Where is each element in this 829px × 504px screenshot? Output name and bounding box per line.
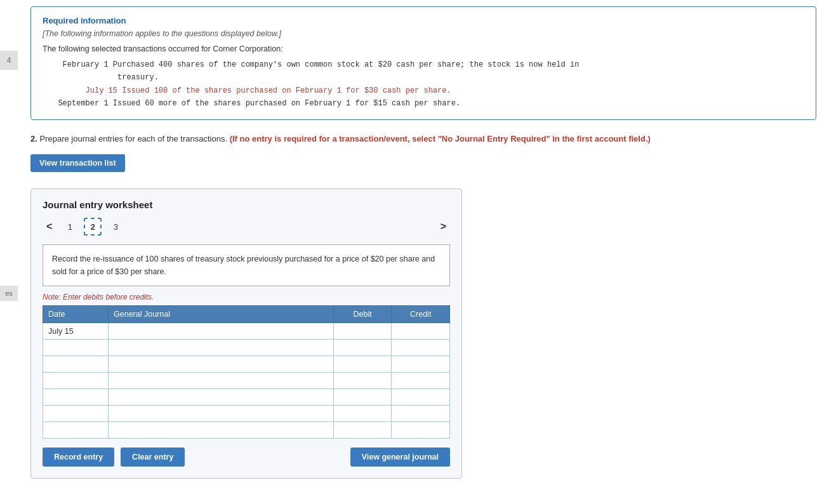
table-row <box>43 406 450 422</box>
required-info-box: Required information [The following info… <box>30 6 816 120</box>
journal-cell-row5[interactable] <box>109 389 334 406</box>
sidebar-es-label: es <box>0 286 18 301</box>
journal-cell-row2[interactable] <box>109 340 334 356</box>
journal-input-row6[interactable] <box>109 406 333 421</box>
debit-input-row6[interactable] <box>334 406 392 421</box>
credit-cell-row1[interactable] <box>392 323 450 340</box>
transaction-july15: July 15 Issued 100 of the shares purchas… <box>49 84 804 97</box>
view-transaction-list-button[interactable]: View transaction list <box>30 154 125 172</box>
table-row: July 15 <box>43 323 450 340</box>
record-entry-button[interactable]: Record entry <box>43 448 114 467</box>
col-header-credit: Credit <box>392 306 450 323</box>
journal-cell-row6[interactable] <box>109 406 334 422</box>
required-info-title: Required information <box>43 16 804 25</box>
table-row <box>43 422 450 439</box>
worksheet-instruction: Record the re-issuance of 100 shares of … <box>43 244 450 286</box>
credit-cell-row3[interactable] <box>392 356 450 373</box>
journal-cell-row4[interactable] <box>109 373 334 389</box>
credit-input-row2[interactable] <box>392 340 449 355</box>
question-highlight: (If no entry is required for a transacti… <box>230 134 651 143</box>
debit-input-row7[interactable] <box>334 422 392 438</box>
credit-input-row3[interactable] <box>392 356 449 372</box>
debit-input-row5[interactable] <box>334 389 392 405</box>
clear-entry-button[interactable]: Clear entry <box>121 448 185 467</box>
credit-cell-row2[interactable] <box>392 340 450 356</box>
debit-input-row1[interactable] <box>334 323 392 339</box>
journal-input-row5[interactable] <box>109 389 333 405</box>
required-info-intro: The following selected transactions occu… <box>43 44 804 53</box>
journal-input-row2[interactable] <box>109 340 333 355</box>
credit-input-row4[interactable] <box>392 373 449 388</box>
debit-input-row4[interactable] <box>334 373 392 388</box>
debit-cell-row5[interactable] <box>333 389 392 406</box>
journal-cell-row3[interactable] <box>109 356 334 373</box>
debit-cell-row6[interactable] <box>333 406 392 422</box>
worksheet-navigation: < 1 2 3 > <box>43 218 450 235</box>
credit-cell-row4[interactable] <box>392 373 450 389</box>
nav-page-2[interactable]: 2 <box>84 218 102 235</box>
credit-cell-row6[interactable] <box>392 406 450 422</box>
col-header-debit: Debit <box>333 306 392 323</box>
transaction-sept1: September 1 Issued 60 more of the shares… <box>49 97 804 110</box>
nav-page-3[interactable]: 3 <box>107 218 124 235</box>
date-cell-row3 <box>43 356 109 373</box>
journal-cell-row7[interactable] <box>109 422 334 439</box>
table-row <box>43 356 450 373</box>
credit-input-row5[interactable] <box>392 389 449 405</box>
journal-cell-row1[interactable] <box>109 323 334 340</box>
debit-cell-row3[interactable] <box>333 356 392 373</box>
debit-cell-row7[interactable] <box>333 422 392 439</box>
view-general-journal-button[interactable]: View general journal <box>350 448 450 467</box>
journal-input-row4[interactable] <box>109 373 333 388</box>
worksheet-title: Journal entry worksheet <box>43 199 450 210</box>
journal-table: Date General Journal Debit Credit July 1… <box>43 305 450 439</box>
question-2-section: 2. Prepare journal entries for each of t… <box>30 133 816 146</box>
date-cell-row5 <box>43 389 109 406</box>
transaction-feb1: February 1 Purchased 400 shares of the c… <box>49 58 804 84</box>
nav-next-button[interactable]: > <box>437 220 450 234</box>
date-cell-row2 <box>43 340 109 356</box>
date-cell-row6 <box>43 406 109 422</box>
table-row <box>43 373 450 389</box>
debit-cell-row1[interactable] <box>333 323 392 340</box>
debit-cell-row2[interactable] <box>333 340 392 356</box>
transactions-list: February 1 Purchased 400 shares of the c… <box>49 58 804 110</box>
journal-input-row1[interactable] <box>109 323 333 339</box>
nav-prev-button[interactable]: < <box>43 220 56 234</box>
credit-input-row7[interactable] <box>392 422 449 438</box>
credit-cell-row7[interactable] <box>392 422 450 439</box>
debit-input-row2[interactable] <box>334 340 392 355</box>
col-header-date: Date <box>43 306 109 323</box>
debit-input-row3[interactable] <box>334 356 392 372</box>
nav-page-1[interactable]: 1 <box>61 218 79 235</box>
date-cell-row1: July 15 <box>43 323 109 340</box>
table-row <box>43 340 450 356</box>
table-row <box>43 389 450 406</box>
col-header-general-journal: General Journal <box>109 306 334 323</box>
debit-cell-row4[interactable] <box>333 373 392 389</box>
date-cell-row7 <box>43 422 109 439</box>
worksheet-bottom-buttons: Record entry Clear entry View general jo… <box>43 448 450 467</box>
credit-input-row1[interactable] <box>392 323 449 339</box>
required-info-subtitle: [The following information applies to th… <box>43 29 804 38</box>
journal-entry-worksheet: Journal entry worksheet < 1 2 3 > Record… <box>30 189 462 479</box>
credit-input-row6[interactable] <box>392 406 449 421</box>
credit-cell-row5[interactable] <box>392 389 450 406</box>
journal-input-row7[interactable] <box>109 422 333 438</box>
question-number: 2. <box>30 134 37 143</box>
date-cell-row4 <box>43 373 109 389</box>
question-text: Prepare journal entries for each of the … <box>39 134 227 143</box>
journal-input-row3[interactable] <box>109 356 333 372</box>
sidebar-number-4: 4 <box>0 51 18 70</box>
worksheet-note: Note: Enter debits before credits. <box>43 293 450 302</box>
